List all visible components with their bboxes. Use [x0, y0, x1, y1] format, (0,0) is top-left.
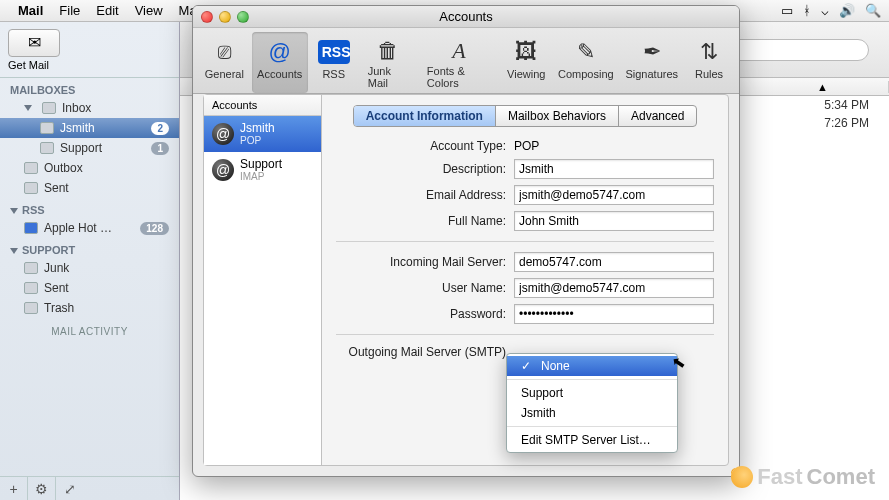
- watermark-fast: Fast: [757, 464, 802, 490]
- unread-badge: 128: [140, 222, 169, 235]
- folder-trash[interactable]: Trash: [0, 298, 179, 318]
- action-button[interactable]: ⚙: [28, 477, 56, 501]
- smtp-option-edit[interactable]: Edit SMTP Server List…: [507, 430, 677, 450]
- menu-view[interactable]: View: [135, 3, 163, 18]
- at-icon: @: [264, 36, 296, 68]
- mailbox-inbox[interactable]: Inbox: [0, 98, 179, 118]
- password-input[interactable]: [514, 304, 714, 324]
- sidebar-footer: + ⚙ ⤢: [0, 476, 179, 500]
- smtp-option-jsmith[interactable]: Jsmith: [507, 403, 677, 423]
- tab-rules[interactable]: ⇅Rules: [685, 32, 733, 93]
- inbox-icon: [42, 102, 56, 114]
- tab-composing[interactable]: ✎Composing: [553, 32, 618, 93]
- mailbox-sent[interactable]: Sent: [0, 178, 179, 198]
- add-button[interactable]: +: [0, 477, 28, 501]
- mailbox-label: Sent: [44, 281, 69, 295]
- mailbox-label: Apple Hot …: [44, 221, 112, 235]
- description-input[interactable]: [514, 159, 714, 179]
- tab-general[interactable]: ⎚General: [199, 32, 250, 93]
- mailbox-label: Junk: [44, 261, 69, 275]
- tab-fonts[interactable]: AFonts & Colors: [419, 32, 499, 93]
- tab-account-info[interactable]: Account Information: [354, 106, 496, 126]
- section-rss: RSS: [0, 198, 179, 218]
- viewing-icon: 🖼: [510, 36, 542, 68]
- menu-label: Jsmith: [521, 406, 556, 420]
- at-icon: @: [212, 123, 234, 145]
- mailbox-support[interactable]: Support 1: [0, 138, 179, 158]
- account-type: IMAP: [240, 171, 282, 182]
- value-account-type: POP: [514, 139, 714, 153]
- get-mail-button[interactable]: ✉︎: [8, 29, 60, 57]
- signatures-icon: ✒︎: [636, 36, 668, 68]
- section-support: SUPPORT: [0, 238, 179, 258]
- account-jsmith[interactable]: @ JsmithPOP: [204, 116, 321, 152]
- tab-label: Signatures: [625, 68, 678, 80]
- folder-icon: [24, 282, 38, 294]
- mailbox-label: Jsmith: [60, 121, 95, 135]
- label-description: Description:: [336, 162, 506, 176]
- junk-icon: 🗑: [372, 36, 404, 65]
- tab-signatures[interactable]: ✒︎Signatures: [620, 32, 683, 93]
- mailbox-label: Sent: [44, 181, 69, 195]
- tab-mailbox-behaviors[interactable]: Mailbox Behaviors: [496, 106, 619, 126]
- account-type: POP: [240, 135, 275, 146]
- prefs-title: Accounts: [193, 9, 739, 24]
- tab-rss[interactable]: RSSRSS: [310, 32, 358, 93]
- prefs-titlebar[interactable]: Accounts: [193, 6, 739, 28]
- section-mailboxes: MAILBOXES: [0, 78, 179, 98]
- mailbox-label: Outbox: [44, 161, 83, 175]
- battery-icon[interactable]: ▭: [781, 3, 793, 18]
- menu-label: Edit SMTP Server List…: [521, 433, 651, 447]
- volume-icon[interactable]: 🔊: [839, 3, 855, 18]
- folder-junk[interactable]: Junk: [0, 258, 179, 278]
- folder-sent[interactable]: Sent: [0, 278, 179, 298]
- rules-icon: ⇅: [693, 36, 725, 68]
- tab-label: Fonts & Colors: [427, 65, 491, 89]
- wifi-icon[interactable]: ⌵: [821, 3, 829, 18]
- label-account-type: Account Type:: [336, 139, 506, 153]
- tab-label: Composing: [558, 68, 614, 80]
- account-support[interactable]: @ SupportIMAP: [204, 152, 321, 188]
- menu-app[interactable]: Mail: [18, 3, 43, 18]
- envelope-icon: ✉︎: [28, 33, 41, 52]
- at-icon: @: [212, 159, 234, 181]
- sidebar: ✉︎ Get Mail MAILBOXES Inbox Jsmith 2 Sup…: [0, 22, 180, 500]
- mailbox-jsmith[interactable]: Jsmith 2: [0, 118, 179, 138]
- menu-edit[interactable]: Edit: [96, 3, 118, 18]
- tab-label: Rules: [695, 68, 723, 80]
- label-email: Email Address:: [336, 188, 506, 202]
- label-username: User Name:: [336, 281, 506, 295]
- tab-viewing[interactable]: 🖼Viewing: [501, 32, 551, 93]
- tab-junk[interactable]: 🗑Junk Mail: [360, 32, 417, 93]
- tab-advanced[interactable]: Advanced: [619, 106, 696, 126]
- email-input[interactable]: [514, 185, 714, 205]
- smtp-option-none[interactable]: None: [507, 356, 677, 376]
- smtp-dropdown-menu: None Support Jsmith Edit SMTP Server Lis…: [506, 353, 678, 453]
- spotlight-icon[interactable]: 🔍: [865, 3, 881, 18]
- fullname-input[interactable]: [514, 211, 714, 231]
- username-input[interactable]: [514, 278, 714, 298]
- sort-indicator[interactable]: ▲: [809, 81, 889, 93]
- bluetooth-icon[interactable]: ᚼ: [803, 3, 811, 18]
- mailbox-outbox[interactable]: Outbox: [0, 158, 179, 178]
- label-password: Password:: [336, 307, 506, 321]
- incoming-input[interactable]: [514, 252, 714, 272]
- accounts-list: Accounts @ JsmithPOP @ SupportIMAP: [204, 95, 322, 465]
- watermark: FastComet: [731, 464, 875, 490]
- menu-file[interactable]: File: [59, 3, 80, 18]
- expand-button[interactable]: ⤢: [56, 477, 84, 501]
- unread-badge: 2: [151, 122, 169, 135]
- folder-icon: [24, 302, 38, 314]
- rss-apple-hot[interactable]: Apple Hot … 128: [0, 218, 179, 238]
- label-fullname: Full Name:: [336, 214, 506, 228]
- menu-label: None: [541, 359, 570, 373]
- tab-label: General: [205, 68, 244, 80]
- menu-label: Support: [521, 386, 563, 400]
- preferences-window: Accounts ⎚General @Accounts RSSRSS 🗑Junk…: [192, 5, 740, 477]
- detail-tabs: Account Information Mailbox Behaviors Ad…: [353, 105, 698, 127]
- tab-accounts[interactable]: @Accounts: [252, 32, 308, 93]
- accounts-list-header: Accounts: [204, 95, 321, 116]
- mail-activity-label: MAIL ACTIVITY: [0, 318, 179, 345]
- smtp-option-support[interactable]: Support: [507, 383, 677, 403]
- account-detail: Account Information Mailbox Behaviors Ad…: [322, 95, 728, 465]
